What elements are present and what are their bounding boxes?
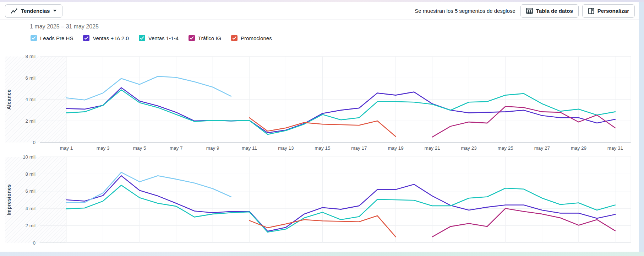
legend-item-ventas-ia-2-0[interactable]: Ventas + IA 2.0 <box>83 35 129 41</box>
y-tick-label: 8 mil <box>25 54 36 59</box>
legend: Leads Pre HSVentas + IA 2.0Ventas 1-1-4T… <box>31 35 272 41</box>
legend-item-ventas-1-1-4[interactable]: Ventas 1-1-4 <box>139 35 179 41</box>
legend-label: Tráfico IG <box>198 35 221 41</box>
y-tick-label: 2 mil <box>25 118 36 124</box>
date-range-label: 1 may 2025 – 31 may 2025 <box>30 23 99 30</box>
y-axis-title: Impresiones <box>6 184 12 215</box>
panel-icon <box>588 8 594 14</box>
x-tick-label: may 15 <box>315 145 330 151</box>
data-table-label: Tabla de datos <box>536 8 573 14</box>
legend-label: Leads Pre HS <box>40 35 73 41</box>
legend-item-tr-fico-ig[interactable]: Tráfico IG <box>189 35 221 41</box>
y-tick-label: 6 mil <box>25 75 36 81</box>
x-tick-label: may 3 <box>97 145 110 151</box>
x-tick-label: may 21 <box>424 145 440 151</box>
legend-item-promociones[interactable]: Promociones <box>231 35 272 41</box>
x-tick-label: may 7 <box>170 145 183 151</box>
impresiones-chart: 02 mil4 mil6 mil8 mil10 milImpresiones <box>5 154 631 246</box>
trends-page: Tendencias Se muestran los 5 segmentos d… <box>0 0 644 256</box>
series-line-ventas-1-1-4 <box>66 185 615 232</box>
legend-item-leads-pre-hs[interactable]: Leads Pre HS <box>31 35 73 41</box>
legend-label: Ventas 1-1-4 <box>148 35 179 41</box>
customize-label: Personalizar <box>597 8 629 14</box>
y-tick-label: 10 mil <box>23 154 36 160</box>
trends-view-label: Tendencias <box>21 8 50 14</box>
series-line-ventas-ia-2-0 <box>66 176 615 231</box>
series-line-ventas-1-1-4 <box>66 90 615 134</box>
legend-checkbox[interactable] <box>139 35 145 41</box>
x-tick-label: may 11 <box>242 145 257 151</box>
series-line-leads-pre-hs <box>66 76 231 100</box>
no-data-hatch-region <box>5 157 66 243</box>
x-tick-label: may 19 <box>388 145 403 151</box>
legend-label: Promociones <box>241 35 272 41</box>
toolbar: Tendencias Se muestran los 5 segmentos d… <box>0 2 639 20</box>
data-table-button[interactable]: Tabla de datos <box>520 4 579 18</box>
y-tick-label: 2 mil <box>25 223 36 228</box>
x-tick-label: may 29 <box>571 145 586 151</box>
bottom-gradient-strip <box>0 252 644 256</box>
trend-charts: 02 mil4 mil6 mil8 milmay 1may 3may 5may … <box>0 46 644 251</box>
customize-button[interactable]: Personalizar <box>582 4 635 18</box>
y-tick-label: 6 mil <box>25 188 36 194</box>
x-tick-label: may 23 <box>461 145 477 151</box>
legend-label: Ventas + IA 2.0 <box>93 35 129 41</box>
alcance-chart: 02 mil4 mil6 mil8 milmay 1may 3may 5may … <box>5 54 631 151</box>
x-tick-label: may 17 <box>351 145 367 151</box>
y-tick-label: 4 mil <box>25 206 36 211</box>
legend-checkbox[interactable] <box>83 35 89 41</box>
series-line-tr-fico-ig <box>432 208 615 237</box>
segments-summary-text: Se muestran los 5 segmentos de desglose <box>415 8 515 14</box>
trends-card: Tendencias Se muestran los 5 segmentos d… <box>0 2 639 251</box>
chevron-down-icon <box>53 10 57 12</box>
legend-checkbox[interactable] <box>231 35 238 41</box>
x-tick-label: may 13 <box>278 145 294 151</box>
legend-checkbox[interactable] <box>189 35 195 41</box>
x-tick-label: may 27 <box>534 145 550 151</box>
x-tick-label: may 5 <box>133 145 146 151</box>
series-line-ventas-ia-2-0 <box>66 88 615 133</box>
x-tick-label: may 1 <box>60 145 73 151</box>
legend-checkbox[interactable] <box>31 35 37 41</box>
y-axis-title: Alcance <box>6 89 12 110</box>
x-tick-label: may 25 <box>498 145 513 151</box>
y-tick-label: 0 <box>33 140 36 145</box>
series-line-leads-pre-hs <box>66 172 231 203</box>
y-tick-label: 0 <box>33 240 36 246</box>
trends-view-dropdown[interactable]: Tendencias <box>5 4 62 18</box>
series-line-tr-fico-ig <box>432 106 615 137</box>
y-tick-label: 4 mil <box>25 97 36 102</box>
trend-line-icon <box>11 7 18 15</box>
table-icon <box>526 8 533 14</box>
y-tick-label: 8 mil <box>25 171 36 177</box>
x-tick-label: may 31 <box>607 145 623 151</box>
x-tick-label: may 9 <box>206 145 219 151</box>
